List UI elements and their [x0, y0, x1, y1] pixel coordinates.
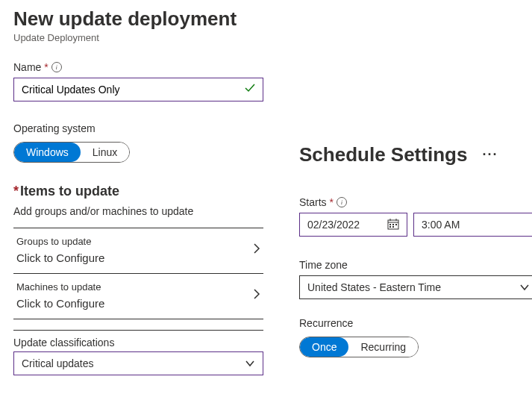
- schedule-title-row: Schedule Settings ···: [299, 143, 532, 166]
- recurrence-toggle-recurring[interactable]: Recurring: [348, 337, 418, 357]
- more-icon[interactable]: ···: [482, 147, 498, 163]
- svg-rect-5: [392, 224, 394, 225]
- machines-to-update-row[interactable]: Machines to update Click to Configure: [13, 273, 263, 319]
- name-label-text: Name: [13, 61, 41, 73]
- schedule-title: Schedule Settings: [299, 143, 467, 166]
- required-asterisk: *: [330, 196, 334, 208]
- start-date-value: 02/23/2022: [307, 219, 360, 231]
- os-toggle-windows[interactable]: Windows: [14, 143, 81, 162]
- required-asterisk: *: [44, 61, 48, 73]
- page-subtitle: Update Deployment: [13, 32, 519, 43]
- items-subtitle: Add groups and/or machines to update: [13, 205, 263, 217]
- info-icon[interactable]: i: [337, 197, 347, 207]
- svg-rect-7: [389, 226, 391, 228]
- svg-rect-4: [389, 224, 391, 225]
- os-label: Operating system: [13, 122, 263, 134]
- recurrence-toggle-once[interactable]: Once: [300, 337, 348, 357]
- chevron-down-icon: [519, 281, 530, 293]
- items-title: *Items to update: [13, 184, 263, 199]
- groups-value: Click to Configure: [16, 251, 104, 264]
- calendar-icon: [387, 218, 399, 232]
- info-icon[interactable]: i: [51, 62, 62, 72]
- timezone-label: Time zone: [299, 259, 532, 271]
- os-toggle-linux[interactable]: Linux: [81, 143, 129, 162]
- recurrence-toggle[interactable]: Once Recurring: [299, 337, 419, 357]
- starts-label: Starts * i: [299, 196, 532, 208]
- groups-to-update-row[interactable]: Groups to update Click to Configure: [13, 228, 263, 273]
- name-input[interactable]: [13, 78, 263, 101]
- required-asterisk: *: [13, 184, 19, 198]
- start-time-value: 3:00 AM: [422, 219, 460, 231]
- machines-value: Click to Configure: [16, 297, 104, 310]
- page-title: New update deployment: [13, 7, 519, 31]
- timezone-dropdown[interactable]: United States - Eastern Time: [299, 275, 532, 299]
- machines-label: Machines to update: [16, 281, 104, 293]
- classifications-dropdown[interactable]: Critical updates: [13, 351, 263, 375]
- classifications-value: Critical updates: [22, 357, 94, 369]
- checkmark-icon: [244, 82, 256, 97]
- chevron-right-icon: [253, 243, 260, 258]
- starts-label-text: Starts: [299, 196, 327, 208]
- chevron-down-icon: [245, 357, 255, 369]
- recurrence-label: Recurrence: [299, 317, 532, 329]
- start-time-input[interactable]: 3:00 AM: [413, 213, 532, 237]
- groups-label: Groups to update: [16, 236, 104, 247]
- svg-rect-8: [392, 226, 394, 228]
- chevron-right-icon: [253, 288, 260, 304]
- items-title-text: Items to update: [20, 184, 119, 198]
- start-date-input[interactable]: 02/23/2022: [299, 213, 407, 237]
- timezone-value: United States - Eastern Time: [307, 281, 441, 293]
- svg-rect-6: [395, 224, 397, 225]
- os-toggle[interactable]: Windows Linux: [13, 142, 130, 163]
- classifications-label: Update classifications: [13, 330, 263, 348]
- name-label: Name * i: [13, 61, 263, 73]
